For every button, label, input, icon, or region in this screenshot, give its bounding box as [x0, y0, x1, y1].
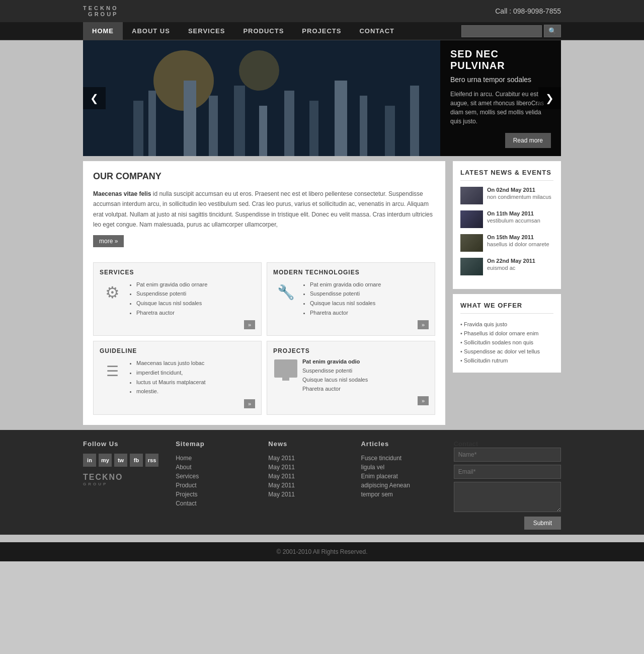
news-date-3: On 15th May 2011	[487, 234, 549, 240]
article-1[interactable]: Fusce tincidunt	[361, 454, 443, 463]
follow-us-heading: Follow Us	[83, 440, 166, 448]
news-item: On 15th May 2011 hasellus id dolor ornar…	[460, 234, 553, 252]
slider-image	[83, 40, 440, 156]
sitemap-product[interactable]: Product	[176, 481, 258, 490]
right-column: LATEST NEWS & EVENTS On 02nd May 2011 no…	[453, 161, 561, 425]
footer-news-col: News May 2011 May 2011 May 2011 May 2011…	[268, 440, 351, 530]
service-title-tech: MODERN TECHNOLOGIES	[273, 269, 429, 276]
news-desc-3: hasellus id dolor ornarete	[487, 241, 549, 247]
svg-rect-0	[83, 40, 440, 156]
slider-next-button[interactable]: ❯	[538, 87, 561, 109]
svg-rect-7	[184, 65, 193, 156]
svg-rect-20	[410, 91, 415, 156]
svg-rect-3	[123, 86, 129, 156]
svg-rect-15	[314, 73, 324, 156]
copyright: © 2001-2010 All Rights Reserved.	[277, 548, 368, 555]
search-button[interactable]: 🔍	[544, 25, 561, 37]
sitemap-about[interactable]: About	[176, 463, 258, 472]
slider-prev-button[interactable]: ❮	[83, 87, 106, 109]
news-date-2: On 11th May 2011	[487, 210, 540, 216]
sitemap-home[interactable]: Home	[176, 454, 258, 463]
twitter-icon[interactable]: tw	[114, 454, 127, 467]
contact-message-input[interactable]	[454, 482, 561, 512]
article-3[interactable]: Enim placerat	[361, 472, 443, 481]
tech-more-btn[interactable]: »	[418, 320, 429, 329]
svg-point-25	[263, 73, 266, 76]
nav-services[interactable]: SERVICES	[179, 22, 234, 40]
services-more-btn[interactable]: »	[244, 320, 255, 329]
offer-item: Fravida quis justo	[460, 320, 553, 329]
svg-point-27	[369, 65, 372, 68]
projects-content: Pat enim gravida odio Suspendisse potent…	[302, 358, 368, 393]
news-item-4: May 2011	[268, 481, 351, 490]
sitemap-services[interactable]: Services	[176, 472, 258, 481]
linkedin-icon[interactable]: in	[83, 454, 96, 467]
offer-link-4[interactable]: Suspendisse ac dolor vel tellus	[464, 348, 540, 354]
svg-point-23	[183, 63, 186, 66]
more-button[interactable]: more »	[93, 235, 124, 247]
tech-list: Pat enim gravida odio ornare Suspendisse…	[302, 280, 381, 318]
nav-contact[interactable]: CONTACT	[350, 22, 404, 40]
slider-body: Eleifend in arcu. Curabitur eu est augue…	[450, 90, 551, 126]
svg-point-2	[229, 73, 289, 108]
search-input[interactable]	[461, 25, 542, 37]
offer-link-1[interactable]: Fravida quis justo	[464, 321, 507, 327]
tech-icon: 🔧	[273, 280, 298, 305]
sitemap-contact[interactable]: Contact	[176, 499, 258, 508]
news-text-1: On 02nd May 2011 non condimentum milacus	[487, 187, 551, 200]
news-item-1: May 2011	[268, 454, 351, 463]
logo-text: TECKNO	[83, 5, 118, 11]
article-2[interactable]: ligula vel	[361, 463, 443, 472]
news-date-1: On 02nd May 2011	[487, 187, 551, 193]
news-item-5: May 2011	[268, 490, 351, 499]
article-5[interactable]: tempor sem	[361, 490, 443, 499]
service-box-projects: PROJECTS Pat enim gravida odio Suspendis…	[267, 341, 435, 415]
sitemap-projects[interactable]: Projects	[176, 490, 258, 499]
projects-more-btn[interactable]: »	[418, 396, 429, 405]
offer-link-5[interactable]: Sollicitudin rutrum	[464, 357, 508, 364]
news-desc-2: vestibulum accumsan	[487, 217, 540, 224]
offer-list: Fravida quis justo Phasellus id dolor or…	[460, 320, 553, 365]
offer-link-2[interactable]: Phasellus id dolor ornare enim	[464, 330, 539, 336]
our-company-section: OUR COMPANY Maecenas vitae felis id null…	[93, 171, 435, 257]
nav-products[interactable]: PRODUCTS	[234, 22, 293, 40]
nav-home[interactable]: HOME	[83, 22, 123, 40]
offer-item: Phasellus id dolor ornare enim	[460, 329, 553, 338]
facebook-icon[interactable]: fb	[130, 454, 143, 467]
contact-email-input[interactable]	[454, 465, 561, 479]
social-icons: in my tw fb rss	[83, 454, 166, 467]
rss-icon[interactable]: rss	[145, 454, 158, 467]
svg-rect-32	[277, 362, 294, 375]
svg-rect-16	[335, 86, 341, 156]
offer-link-3[interactable]: Sollicitudin sodales non quis	[464, 339, 533, 345]
offer-item: Sollicitudin rutrum	[460, 356, 553, 365]
news-item: On 22nd May 2011 euismod ac	[460, 258, 553, 275]
news-text-2: On 11th May 2011 vestibulum accumsan	[487, 210, 540, 224]
what-we-offer-section: WHAT WE OFFER Fravida quis justo Phasell…	[453, 294, 561, 373]
nav-about[interactable]: ABOUT US	[123, 22, 179, 40]
news-thumb-3	[460, 234, 483, 252]
offer-item: Sollicitudin sodales non quis	[460, 338, 553, 347]
services-grid: SERVICES ⚙ Pat enim gravida odio ornare …	[93, 262, 435, 415]
news-item-2: May 2011	[268, 463, 351, 472]
svg-point-26	[313, 70, 316, 74]
svg-point-24	[228, 68, 231, 71]
svg-rect-11	[249, 83, 255, 156]
svg-rect-13	[284, 81, 291, 156]
article-4[interactable]: adipiscing Aenean	[361, 481, 443, 490]
our-company-body: Maecenas vitae felis id nulla suscipit a…	[93, 189, 435, 230]
footer-news-heading: News	[268, 440, 351, 448]
myspace-icon[interactable]: my	[99, 454, 112, 467]
guideline-more-btn[interactable]: »	[244, 399, 255, 408]
nav-projects[interactable]: PROJECTS	[293, 22, 350, 40]
news-text-3: On 15th May 2011 hasellus id dolor ornar…	[487, 234, 549, 248]
contact-name-input[interactable]	[454, 448, 561, 462]
slider: ❮ ❯ SED NEC PULVINAR Bero urna tempor so…	[83, 40, 561, 156]
news-desc-4: euismod ac	[487, 265, 515, 271]
svg-rect-5	[148, 81, 156, 156]
read-more-button[interactable]: Read more	[505, 133, 551, 148]
contact-submit-button[interactable]: Submit	[524, 517, 561, 530]
our-company-bold: Maecenas vitae felis	[93, 190, 151, 197]
news-thumb-4	[460, 258, 483, 275]
svg-rect-33	[282, 378, 289, 381]
